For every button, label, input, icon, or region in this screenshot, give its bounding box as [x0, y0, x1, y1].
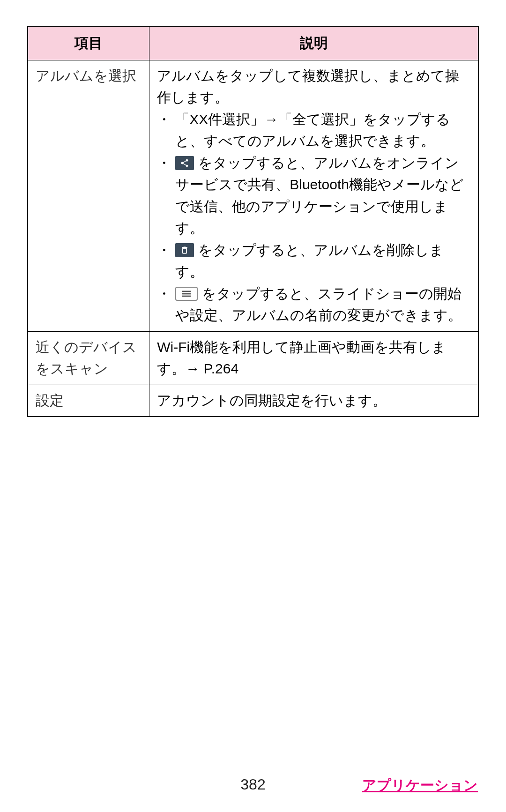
list-item: をタップすると、アルバムをオンラインサービスで共有、Bluetooth機能やメー…	[157, 152, 470, 239]
section-link[interactable]: アプリケーション	[362, 776, 478, 795]
list-item: をタップすると、スライドショーの開始や設定、アルバムの名前の変更ができます。	[157, 283, 470, 327]
list-item: をタップすると、アルバムを削除します。	[157, 239, 470, 283]
row-term: 近くのデバイスをスキャン	[28, 331, 149, 385]
header-item: 項目	[28, 26, 149, 60]
trash-icon	[175, 243, 194, 257]
row-description: アルバムをタップして複数選択し、まとめて操作します。 「XX件選択」→「全て選択…	[149, 60, 478, 331]
row-description: アカウントの同期設定を行います。	[149, 385, 478, 417]
svg-rect-0	[182, 291, 191, 292]
settings-table: 項目 説明 アルバムを選択 アルバムをタップして複数選択し、まとめて操作します。…	[27, 26, 479, 417]
svg-rect-2	[182, 295, 191, 297]
row-description: Wi-Fi機能を利用して静止画や動画を共有します。→ P.264	[149, 331, 478, 385]
svg-rect-1	[182, 293, 191, 294]
share-icon	[175, 156, 194, 170]
table-row: アルバムを選択 アルバムをタップして複数選択し、まとめて操作します。 「XX件選…	[28, 60, 478, 331]
bullet-text: をタップすると、アルバムを削除します。	[175, 242, 443, 280]
bullet-text: をタップすると、スライドショーの開始や設定、アルバムの名前の変更ができます。	[175, 286, 462, 323]
bullet-text: 「XX件選択」→「全て選択」をタップすると、すべてのアルバムを選択できます。	[175, 112, 450, 149]
menu-icon	[175, 287, 198, 301]
row-term: アルバムを選択	[28, 60, 149, 331]
page-footer: 382 アプリケーション	[0, 776, 506, 793]
header-description: 説明	[149, 26, 478, 60]
bullet-list: 「XX件選択」→「全て選択」をタップすると、すべてのアルバムを選択できます。 を…	[157, 109, 470, 327]
table-row: 設定 アカウントの同期設定を行います。	[28, 385, 478, 417]
list-item: 「XX件選択」→「全て選択」をタップすると、すべてのアルバムを選択できます。	[157, 109, 470, 152]
table-row: 近くのデバイスをスキャン Wi-Fi機能を利用して静止画や動画を共有します。→ …	[28, 331, 478, 385]
row-term: 設定	[28, 385, 149, 417]
bullet-text: をタップすると、アルバムをオンラインサービスで共有、Bluetooth機能やメー…	[175, 155, 464, 236]
page-number: 382	[240, 776, 265, 793]
desc-intro: アルバムをタップして複数選択し、まとめて操作します。	[157, 68, 459, 105]
